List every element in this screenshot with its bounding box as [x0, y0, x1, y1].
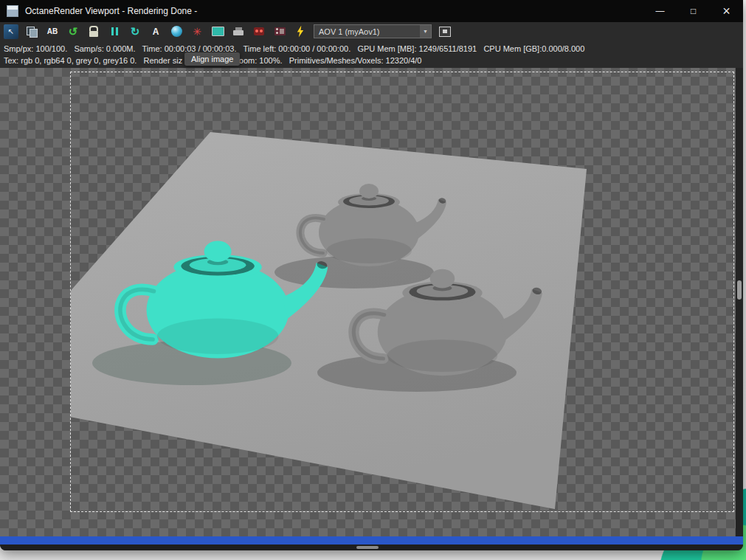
toolbar: ↖ AB ↺ ↻ A ✳ AOV 1 (myAov1) ▼ [0, 22, 743, 41]
recenter-glyph: ↖ [8, 27, 14, 35]
app-icon [7, 5, 18, 17]
autofocus-label: A [153, 27, 159, 37]
horizontal-scrollbar-thumb[interactable] [356, 546, 379, 549]
chevron-down-icon: ▼ [420, 25, 431, 38]
lock-icon[interactable] [86, 24, 101, 39]
autofocus-icon[interactable]: A [148, 24, 163, 39]
vertical-scrollbar[interactable] [736, 68, 743, 536]
horizontal-scrollbar[interactable] [0, 545, 743, 550]
sun-light-icon[interactable]: ✳ [190, 24, 204, 39]
progress-bar [0, 536, 743, 545]
save-image-icon[interactable] [231, 24, 246, 39]
refresh-render-icon[interactable]: ↺ [66, 24, 80, 39]
maximize-button[interactable]: □ [677, 0, 710, 22]
status-line-1-text: Smp/px: 100/100. Samp/s: 0.000M. Time: 0… [4, 44, 584, 53]
restart-render-icon[interactable]: ↻ [128, 24, 142, 39]
minimize-button[interactable]: — [643, 0, 677, 22]
pause-render-icon[interactable] [107, 24, 122, 39]
refresh-glyph: ↺ [69, 25, 78, 38]
vertical-scrollbar-thumb[interactable] [737, 280, 742, 300]
title-bar[interactable]: OctaneRender Viewport - Rendering Done -… [0, 0, 743, 22]
render-viewport[interactable] [0, 68, 743, 536]
align-image-icon[interactable] [210, 24, 225, 39]
render-region-icon[interactable] [438, 24, 452, 39]
camera-icon[interactable] [252, 24, 266, 39]
ab-compare-label: AB [47, 27, 58, 35]
align-image-tooltip: Align image [184, 52, 240, 66]
aov-select[interactable]: AOV 1 (myAov1) ▼ [314, 24, 432, 38]
recenter-view-icon[interactable]: ↖ [4, 24, 18, 39]
status-line-1: Smp/px: 100/100. Samp/s: 0.000M. Time: 0… [4, 43, 743, 55]
aov-selected-value: AOV 1 (myAov1) [319, 27, 380, 36]
material-ball-icon[interactable] [169, 24, 184, 39]
status-bar: Smp/px: 100/100. Samp/s: 0.000M. Time: 0… [0, 41, 743, 68]
window-title: OctaneRender Viewport - Rendering Done - [25, 6, 197, 16]
rendered-image [70, 72, 734, 512]
status-line-2-right: Zoom: 100%. Primitives/Meshes/Voxels: 12… [234, 56, 421, 65]
starburst-glyph: ✳ [193, 26, 201, 38]
status-line-2: Tex: rgb 0, rgb64 0, grey 0, grey16 0. R… [4, 55, 743, 66]
octane-viewport-window: OctaneRender Viewport - Rendering Done -… [0, 0, 743, 550]
close-button[interactable]: × [710, 0, 743, 22]
render-region [70, 72, 734, 512]
restart-glyph: ↻ [131, 25, 140, 38]
window-controls: — □ × [643, 0, 743, 22]
film-strip-icon[interactable] [272, 24, 287, 39]
copy-image-icon[interactable] [24, 24, 39, 39]
ab-compare-icon[interactable]: AB [45, 24, 60, 39]
status-line-2-left: Tex: rgb 0, rgb64 0, grey 0, grey16 0. R… [4, 56, 182, 65]
lightning-icon[interactable] [293, 24, 308, 39]
